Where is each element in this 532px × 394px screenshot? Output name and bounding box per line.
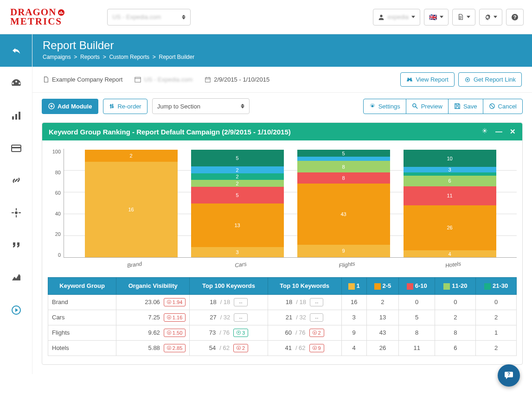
flag-icon: 🇬🇧 (429, 13, 437, 21)
bars-icon (11, 110, 22, 121)
sort-icon (109, 103, 115, 109)
page-banner: Report Builder Campaigns > Reports > Cus… (32, 34, 532, 67)
help-icon: ? (511, 13, 519, 21)
module-collapse[interactable]: — (495, 127, 502, 136)
calendar-icon (205, 76, 211, 83)
gear-icon (484, 14, 491, 20)
svg-line-24 (416, 107, 417, 108)
svg-text:?: ? (507, 372, 510, 374)
cancel-icon (489, 103, 495, 109)
plot-area: 16231352225943885426116310 (64, 149, 517, 258)
sidebar-target[interactable] (0, 197, 32, 229)
svg-rect-6 (12, 116, 14, 120)
sidebar-expand[interactable] (0, 294, 32, 326)
report-campaign: US - Expedia.com (135, 76, 192, 83)
language-menu[interactable]: 🇬🇧 (424, 9, 449, 25)
sidebar-dashboard[interactable] (0, 67, 32, 99)
table-row: Cars7.25 1.1627 / 32 --21 / 32 --313522 (48, 310, 517, 325)
module-header: Keyword Group Ranking - Report Default C… (42, 123, 522, 140)
svg-rect-8 (19, 112, 20, 120)
get-report-link-button[interactable]: Get Report Link (458, 72, 522, 87)
bar-cars: 31352225 (191, 150, 284, 257)
window-icon (135, 76, 141, 83)
svg-rect-2 (61, 11, 62, 14)
chat-help-icon: ? (504, 370, 514, 374)
table-row: Brand23.06 1.9418 / 18 --18 / 18 --16200… (48, 294, 517, 310)
bar-brand: 162 (85, 150, 178, 257)
svg-point-20 (467, 79, 468, 81)
svg-text:?: ? (513, 14, 517, 20)
sidebar-sites[interactable] (0, 132, 32, 164)
cancel-button[interactable]: Cancel (483, 99, 523, 114)
search-icon (412, 103, 418, 109)
gauge-icon (11, 77, 22, 89)
binoculars-icon (406, 76, 413, 83)
svg-rect-1 (59, 12, 60, 14)
toolbar: Add Module Re-order Jump to Section Sett… (42, 93, 532, 120)
help-button[interactable]: ? (506, 9, 524, 25)
view-report-button[interactable]: View Report (400, 72, 455, 87)
plus-circle-icon (48, 103, 55, 109)
area-chart-icon (11, 272, 22, 283)
svg-point-11 (15, 211, 18, 214)
documents-menu[interactable] (452, 9, 475, 25)
svg-rect-7 (15, 114, 17, 120)
chart: 100806040200 16231352225943885426116310 (48, 149, 517, 258)
breadcrumb-custom[interactable]: Custom Reports (109, 54, 149, 60)
svg-rect-3 (62, 13, 63, 14)
report-name: Example Company Report (43, 76, 122, 83)
sidebar (0, 34, 32, 374)
page-title: Report Builder (43, 39, 522, 52)
breadcrumb-reports[interactable]: Reports (80, 54, 100, 60)
link-gear-icon (464, 76, 471, 83)
svg-rect-10 (12, 147, 21, 148)
add-module-button[interactable]: Add Module (42, 99, 98, 114)
sidebar-charts[interactable] (0, 261, 32, 294)
card-icon (11, 142, 22, 153)
settings-menu[interactable] (479, 9, 502, 25)
logo[interactable]: DRAGON METRICS (10, 8, 65, 26)
svg-point-27 (484, 130, 486, 132)
bar-hotels: 426116310 (404, 150, 496, 257)
crosshair-icon (11, 207, 22, 218)
save-button[interactable]: Save (448, 99, 483, 114)
table-row: Hotels5.88 2.8554 / 62 241 / 62 94261162 (48, 340, 517, 356)
breadcrumb-campaigns[interactable]: Campaigns (43, 54, 71, 60)
back-button[interactable] (0, 34, 32, 67)
gear-icon (369, 103, 376, 109)
report-info-bar: Example Company Report US - Expedia.com … (32, 67, 532, 93)
svg-rect-13 (135, 77, 141, 82)
breadcrumbs: Campaigns > Reports > Custom Reports > R… (43, 54, 522, 60)
user-menu[interactable]: expedia (373, 9, 420, 25)
gear-icon (481, 127, 488, 134)
breadcrumb-current: Report Builder (159, 54, 194, 60)
sidebar-rankings[interactable] (0, 99, 32, 132)
module-keyword-group-ranking: Keyword Group Ranking - Report Default C… (42, 122, 523, 365)
svg-line-26 (490, 105, 494, 108)
top-bar: DRAGON METRICS US - Expedia.com expedia … (0, 0, 532, 34)
sidebar-quotes[interactable] (0, 229, 32, 261)
y-axis: 100806040200 (48, 149, 64, 258)
report-daterange: 2/9/2015 - 1/10/2015 (205, 76, 269, 83)
jump-to-section[interactable]: Jump to Section (152, 98, 250, 114)
x-axis: BrandCarsFlightsHotels (64, 258, 517, 268)
campaign-selector[interactable]: US - Expedia.com (107, 9, 191, 25)
save-icon (454, 103, 461, 109)
quote-icon (11, 240, 22, 251)
ranking-table: Keyword GroupOrganic VisibilityTop 100 K… (48, 277, 517, 356)
table-row: Flights9.62 1.5073 / 76 360 / 76 2943881 (48, 325, 517, 340)
preview-button[interactable]: Preview (406, 99, 449, 114)
content-area: Report Builder Campaigns > Reports > Cus… (32, 34, 532, 374)
arrow-right-circle-icon (11, 305, 22, 316)
bar-flights: 943885 (297, 150, 390, 257)
sidebar-links[interactable] (0, 164, 32, 197)
svg-point-23 (412, 104, 416, 107)
module-close[interactable]: ✕ (510, 127, 516, 136)
reorder-button[interactable]: Re-order (103, 99, 147, 114)
link-icon (11, 175, 22, 186)
document-icon (457, 14, 464, 20)
back-arrow-icon (11, 45, 22, 56)
settings-button[interactable]: Settings (363, 99, 406, 114)
module-settings[interactable] (481, 127, 488, 136)
document-icon (43, 76, 49, 83)
